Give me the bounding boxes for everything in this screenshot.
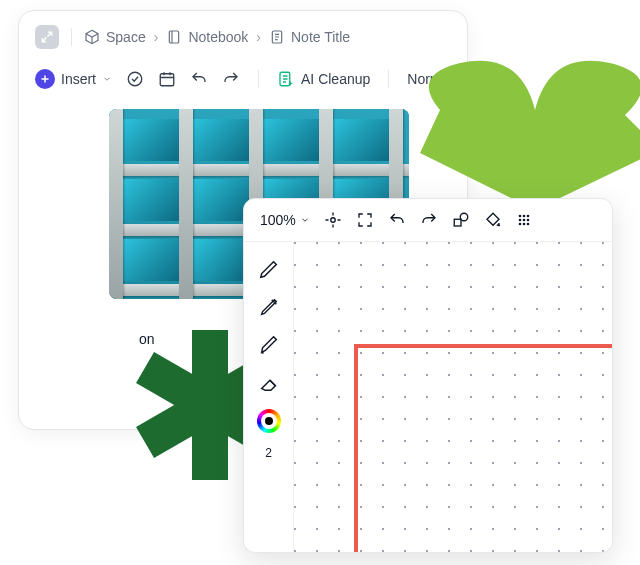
brush-tool[interactable] [256, 294, 282, 320]
canvas-window: 100% [243, 198, 613, 553]
calendar-icon[interactable] [158, 70, 176, 88]
drawn-rectangle[interactable] [354, 344, 613, 553]
insert-button[interactable]: Insert [35, 69, 112, 89]
svg-point-15 [518, 219, 521, 222]
svg-point-19 [522, 223, 525, 226]
expand-icon[interactable] [35, 25, 59, 49]
divider [388, 70, 389, 88]
canvas-body: 2 [244, 242, 612, 552]
svg-point-8 [331, 218, 336, 223]
svg-point-13 [522, 215, 525, 218]
svg-point-17 [526, 219, 529, 222]
plus-icon [35, 69, 55, 89]
svg-rect-9 [454, 219, 461, 226]
shapes-icon[interactable] [452, 211, 470, 229]
breadcrumb-note[interactable]: Note Title [269, 29, 350, 45]
zoom-value: 100% [260, 212, 296, 228]
svg-point-12 [518, 215, 521, 218]
sparkle-note-icon [277, 70, 295, 88]
svg-point-2 [128, 72, 142, 86]
ai-cleanup-label: AI Cleanup [301, 71, 370, 87]
center-icon[interactable] [324, 211, 342, 229]
task-icon[interactable] [126, 70, 144, 88]
decorative-leaf-shape [400, 55, 640, 215]
divider [71, 28, 72, 46]
fill-icon[interactable] [484, 211, 502, 229]
canvas-toolbar: 100% [244, 199, 612, 242]
zoom-selector[interactable]: 100% [260, 212, 310, 228]
stroke-width-indicator[interactable]: 2 [265, 446, 272, 460]
svg-rect-3 [160, 74, 174, 86]
svg-point-16 [522, 219, 525, 222]
fullscreen-icon[interactable] [356, 211, 374, 229]
redo-icon[interactable] [420, 211, 438, 229]
undo-icon[interactable] [190, 70, 208, 88]
svg-point-18 [518, 223, 521, 226]
svg-rect-0 [170, 31, 179, 43]
eraser-tool[interactable] [256, 370, 282, 396]
svg-point-11 [498, 224, 500, 226]
tool-rail: 2 [244, 242, 294, 552]
svg-point-14 [526, 215, 529, 218]
breadcrumb-notebook[interactable]: Notebook [166, 29, 248, 45]
breadcrumb-space-label: Space [106, 29, 146, 45]
chevron-right-icon: › [256, 29, 261, 45]
color-picker[interactable] [256, 408, 282, 434]
highlighter-tool[interactable] [256, 332, 282, 358]
breadcrumb-notebook-label: Notebook [188, 29, 248, 45]
chevron-down-icon [300, 215, 310, 225]
insert-label: Insert [61, 71, 96, 87]
pen-tool[interactable] [256, 256, 282, 282]
breadcrumb-space[interactable]: Space [84, 29, 146, 45]
undo-icon[interactable] [388, 211, 406, 229]
svg-point-20 [526, 223, 529, 226]
chevron-down-icon [102, 74, 112, 84]
ai-cleanup-button[interactable]: AI Cleanup [277, 70, 370, 88]
drag-grid-icon[interactable] [516, 212, 532, 228]
divider [258, 70, 259, 88]
redo-icon[interactable] [222, 70, 240, 88]
breadcrumb-note-label: Note Title [291, 29, 350, 45]
svg-point-10 [460, 213, 468, 221]
chevron-right-icon: › [154, 29, 159, 45]
canvas-area[interactable] [294, 242, 612, 552]
